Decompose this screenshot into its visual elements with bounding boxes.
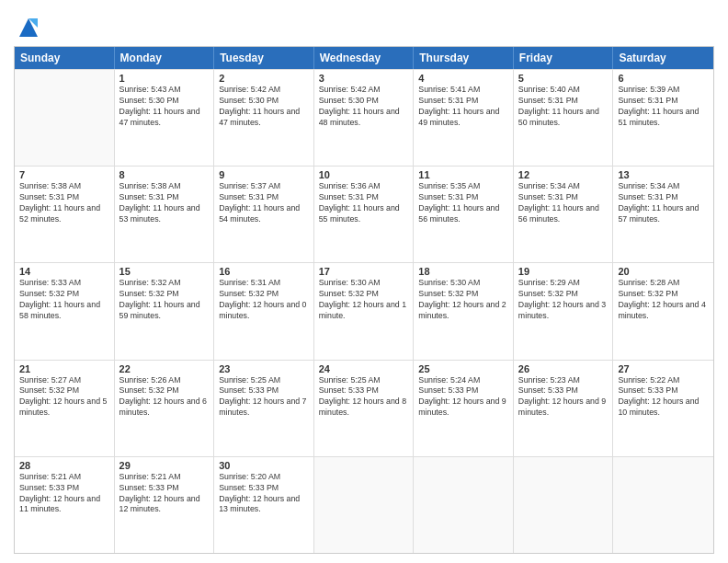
calendar-cell: 16Sunrise: 5:31 AMSunset: 5:32 PMDayligh… — [214, 263, 314, 359]
day-number: 26 — [518, 363, 609, 374]
day-number: 29 — [119, 460, 210, 471]
calendar-cell: 10Sunrise: 5:36 AMSunset: 5:31 PMDayligh… — [314, 167, 415, 262]
day-number: 22 — [119, 363, 210, 374]
day-info: Sunrise: 5:31 AMSunset: 5:32 PMDaylight:… — [219, 278, 309, 322]
day-info: Sunrise: 5:26 AMSunset: 5:32 PMDaylight:… — [119, 375, 210, 419]
day-info: Sunrise: 5:40 AMSunset: 5:31 PMDaylight:… — [518, 85, 609, 129]
calendar-cell: 19Sunrise: 5:29 AMSunset: 5:32 PMDayligh… — [514, 263, 614, 359]
day-number: 27 — [618, 363, 709, 374]
calendar-cell: 2Sunrise: 5:42 AMSunset: 5:30 PMDaylight… — [214, 70, 314, 166]
day-number: 21 — [19, 363, 109, 374]
logo-icon — [16, 15, 41, 40]
calendar-cell: 28Sunrise: 5:21 AMSunset: 5:33 PMDayligh… — [15, 457, 115, 553]
day-number: 16 — [219, 266, 309, 277]
calendar-row: 21Sunrise: 5:27 AMSunset: 5:32 PMDayligh… — [15, 360, 713, 456]
day-info: Sunrise: 5:23 AMSunset: 5:33 PMDaylight:… — [518, 375, 609, 419]
day-number: 24 — [319, 363, 409, 374]
calendar-row: 14Sunrise: 5:33 AMSunset: 5:32 PMDayligh… — [15, 262, 713, 359]
logo — [14, 13, 41, 40]
calendar-cell: 3Sunrise: 5:42 AMSunset: 5:30 PMDaylight… — [314, 70, 415, 166]
day-number: 8 — [119, 169, 210, 180]
calendar-cell: 22Sunrise: 5:26 AMSunset: 5:32 PMDayligh… — [115, 361, 215, 456]
day-info: Sunrise: 5:22 AMSunset: 5:33 PMDaylight:… — [618, 375, 709, 419]
day-number: 12 — [518, 169, 609, 180]
calendar-cell: 4Sunrise: 5:41 AMSunset: 5:31 PMDaylight… — [414, 70, 514, 166]
day-info: Sunrise: 5:21 AMSunset: 5:33 PMDaylight:… — [19, 472, 109, 516]
day-number: 13 — [618, 169, 709, 180]
calendar-cell: 15Sunrise: 5:32 AMSunset: 5:32 PMDayligh… — [115, 263, 215, 359]
calendar-cell: 11Sunrise: 5:35 AMSunset: 5:31 PMDayligh… — [414, 167, 514, 262]
day-info: Sunrise: 5:24 AMSunset: 5:33 PMDaylight:… — [418, 375, 508, 419]
day-number: 6 — [618, 73, 709, 84]
header-day: Friday — [514, 47, 614, 69]
calendar-cell: 12Sunrise: 5:34 AMSunset: 5:31 PMDayligh… — [514, 167, 614, 262]
day-info: Sunrise: 5:20 AMSunset: 5:33 PMDaylight:… — [219, 472, 309, 516]
day-info: Sunrise: 5:25 AMSunset: 5:33 PMDaylight:… — [219, 375, 309, 419]
day-info: Sunrise: 5:39 AMSunset: 5:31 PMDaylight:… — [618, 85, 709, 129]
day-info: Sunrise: 5:25 AMSunset: 5:33 PMDaylight:… — [319, 375, 409, 419]
day-info: Sunrise: 5:28 AMSunset: 5:32 PMDaylight:… — [618, 278, 709, 322]
day-info: Sunrise: 5:21 AMSunset: 5:33 PMDaylight:… — [119, 472, 210, 516]
calendar-cell — [414, 457, 514, 553]
calendar-cell: 20Sunrise: 5:28 AMSunset: 5:32 PMDayligh… — [613, 263, 713, 359]
calendar-row: 7Sunrise: 5:38 AMSunset: 5:31 PMDaylight… — [15, 166, 713, 262]
calendar-cell — [314, 457, 415, 553]
day-number: 1 — [119, 73, 210, 84]
day-number: 3 — [319, 73, 409, 84]
calendar-cell: 5Sunrise: 5:40 AMSunset: 5:31 PMDaylight… — [514, 70, 614, 166]
day-number: 23 — [219, 363, 309, 374]
day-info: Sunrise: 5:41 AMSunset: 5:31 PMDaylight:… — [418, 85, 508, 129]
header-day: Sunday — [15, 47, 115, 69]
calendar-cell: 25Sunrise: 5:24 AMSunset: 5:33 PMDayligh… — [414, 361, 514, 456]
day-info: Sunrise: 5:33 AMSunset: 5:32 PMDaylight:… — [19, 278, 109, 322]
day-info: Sunrise: 5:36 AMSunset: 5:31 PMDaylight:… — [319, 181, 409, 225]
calendar-cell: 9Sunrise: 5:37 AMSunset: 5:31 PMDaylight… — [214, 167, 314, 262]
calendar-header: SundayMondayTuesdayWednesdayThursdayFrid… — [15, 47, 713, 69]
calendar-cell: 14Sunrise: 5:33 AMSunset: 5:32 PMDayligh… — [15, 263, 115, 359]
day-info: Sunrise: 5:34 AMSunset: 5:31 PMDaylight:… — [618, 181, 709, 225]
day-info: Sunrise: 5:37 AMSunset: 5:31 PMDaylight:… — [219, 181, 309, 225]
day-info: Sunrise: 5:30 AMSunset: 5:32 PMDaylight:… — [418, 278, 508, 322]
day-number: 25 — [418, 363, 508, 374]
day-info: Sunrise: 5:42 AMSunset: 5:30 PMDaylight:… — [219, 85, 309, 129]
calendar-body: 1Sunrise: 5:43 AMSunset: 5:30 PMDaylight… — [15, 69, 713, 553]
calendar-cell: 23Sunrise: 5:25 AMSunset: 5:33 PMDayligh… — [214, 361, 314, 456]
day-number: 7 — [19, 169, 109, 180]
calendar-row: 28Sunrise: 5:21 AMSunset: 5:33 PMDayligh… — [15, 456, 713, 553]
calendar-cell: 26Sunrise: 5:23 AMSunset: 5:33 PMDayligh… — [514, 361, 614, 456]
day-number: 28 — [19, 460, 109, 471]
calendar: SundayMondayTuesdayWednesdayThursdayFrid… — [14, 46, 714, 554]
calendar-cell — [15, 70, 115, 166]
header-day: Monday — [115, 47, 215, 69]
header-day: Saturday — [613, 47, 713, 69]
header-day: Thursday — [414, 47, 514, 69]
day-number: 14 — [19, 266, 109, 277]
day-info: Sunrise: 5:27 AMSunset: 5:32 PMDaylight:… — [19, 375, 109, 419]
day-number: 18 — [418, 266, 508, 277]
day-number: 17 — [319, 266, 409, 277]
day-info: Sunrise: 5:35 AMSunset: 5:31 PMDaylight:… — [418, 181, 508, 225]
day-number: 30 — [219, 460, 309, 471]
calendar-cell — [514, 457, 614, 553]
calendar-cell: 30Sunrise: 5:20 AMSunset: 5:33 PMDayligh… — [214, 457, 314, 553]
day-info: Sunrise: 5:34 AMSunset: 5:31 PMDaylight:… — [518, 181, 609, 225]
header — [14, 9, 714, 40]
day-info: Sunrise: 5:32 AMSunset: 5:32 PMDaylight:… — [119, 278, 210, 322]
calendar-cell: 27Sunrise: 5:22 AMSunset: 5:33 PMDayligh… — [613, 361, 713, 456]
calendar-cell: 18Sunrise: 5:30 AMSunset: 5:32 PMDayligh… — [414, 263, 514, 359]
day-info: Sunrise: 5:42 AMSunset: 5:30 PMDaylight:… — [319, 85, 409, 129]
calendar-cell: 6Sunrise: 5:39 AMSunset: 5:31 PMDaylight… — [613, 70, 713, 166]
day-number: 19 — [518, 266, 609, 277]
day-number: 5 — [518, 73, 609, 84]
header-day: Wednesday — [314, 47, 415, 69]
calendar-cell: 1Sunrise: 5:43 AMSunset: 5:30 PMDaylight… — [115, 70, 215, 166]
day-number: 9 — [219, 169, 309, 180]
calendar-row: 1Sunrise: 5:43 AMSunset: 5:30 PMDaylight… — [15, 69, 713, 166]
header-day: Tuesday — [214, 47, 314, 69]
day-number: 15 — [119, 266, 210, 277]
day-number: 2 — [219, 73, 309, 84]
day-number: 20 — [618, 266, 709, 277]
calendar-cell: 17Sunrise: 5:30 AMSunset: 5:32 PMDayligh… — [314, 263, 415, 359]
calendar-cell: 8Sunrise: 5:38 AMSunset: 5:31 PMDaylight… — [115, 167, 215, 262]
day-number: 10 — [319, 169, 409, 180]
